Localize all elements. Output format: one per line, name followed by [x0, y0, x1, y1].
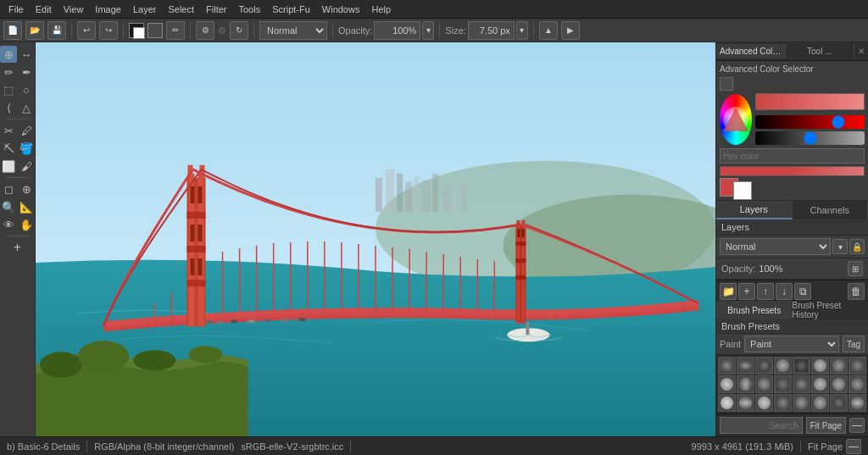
tag-button[interactable]: Tag: [843, 336, 865, 352]
menu-select[interactable]: Select: [163, 3, 199, 16]
brush-item-10[interactable]: [755, 375, 773, 393]
color-wheel[interactable]: [720, 94, 752, 145]
foreground-color[interactable]: [129, 23, 144, 38]
menu-layer[interactable]: Layer: [128, 3, 162, 16]
brush-item-17[interactable]: [737, 394, 754, 412]
brush-item-7[interactable]: [849, 357, 866, 375]
tool-eraser[interactable]: ✒: [18, 64, 35, 80]
background-swatch[interactable]: [733, 181, 752, 200]
brush-presets-tab[interactable]: Brush Presets: [716, 301, 793, 319]
panel-close-button[interactable]: ✕: [854, 42, 868, 61]
save-button[interactable]: 💾: [47, 21, 66, 40]
brush-item-1[interactable]: [737, 357, 754, 375]
size-arrow[interactable]: ▾: [516, 21, 528, 40]
brush-item-19[interactable]: [774, 394, 792, 412]
layer-up-btn[interactable]: ↑: [757, 283, 774, 300]
layer-opacity-menu[interactable]: ⊞: [848, 261, 863, 276]
layer-duplicate-btn[interactable]: ⧉: [794, 283, 811, 300]
brush-item-22[interactable]: [830, 394, 848, 412]
brush-item-9[interactable]: [737, 375, 754, 393]
tool-triangle[interactable]: △: [18, 99, 35, 116]
flow-button[interactable]: ▶: [561, 21, 580, 40]
red-slider[interactable]: [755, 115, 865, 129]
tool-rect[interactable]: ⬚: [0, 81, 17, 98]
redo-button[interactable]: ↪: [99, 21, 118, 40]
brush-item-18[interactable]: [755, 394, 773, 412]
tool-scissors[interactable]: ✂: [0, 122, 17, 139]
tool-eyedropper[interactable]: 👁: [0, 216, 17, 233]
color-selector-icon[interactable]: [720, 77, 733, 91]
tab-tool[interactable]: Tool ...: [786, 44, 855, 58]
dynamics-button[interactable]: ▲: [539, 21, 558, 40]
menu-help[interactable]: Help: [366, 3, 396, 16]
brush-item-21[interactable]: [811, 394, 829, 412]
brush-item-8[interactable]: [718, 375, 736, 393]
brush-item-15[interactable]: [849, 375, 866, 393]
brush-item-0[interactable]: [718, 357, 736, 375]
tool-pencil[interactable]: ✏: [0, 64, 17, 80]
layer-lock-btn[interactable]: 🔒: [849, 239, 865, 254]
tool-add[interactable]: +: [9, 239, 26, 256]
brush-item-4[interactable]: [793, 357, 810, 375]
brush-item-16[interactable]: [718, 394, 736, 412]
brush-search-input[interactable]: [720, 417, 803, 434]
brush-preset-history-tab[interactable]: Brush Preset History: [793, 301, 869, 319]
paint-select[interactable]: Paint: [744, 336, 839, 352]
new-layer-group-btn[interactable]: 📁: [720, 283, 737, 300]
tool-free-select[interactable]: ↔: [18, 46, 35, 63]
tool-move[interactable]: ✋: [18, 216, 35, 233]
channels-tab[interactable]: Channels: [793, 201, 869, 219]
tool-gradient[interactable]: ⬜: [0, 158, 17, 175]
delete-layer-btn[interactable]: 🗑: [848, 283, 865, 300]
tool-heal[interactable]: ⛏: [0, 140, 17, 157]
layer-mode-select[interactable]: Normal Multiply Screen: [720, 238, 831, 255]
tool-zoom[interactable]: 🔍: [0, 198, 17, 215]
new-layer-btn[interactable]: +: [738, 283, 755, 300]
tool-path[interactable]: ⟨: [0, 99, 17, 116]
canvas-area[interactable]: [36, 42, 715, 436]
fit-page-button[interactable]: Fit Page: [806, 417, 846, 434]
tab-advanced-color[interactable]: Advanced Color S...: [716, 44, 786, 58]
menu-scriptfu[interactable]: Script-Fu: [267, 3, 315, 16]
gray-slider[interactable]: [755, 131, 865, 145]
cycle-button[interactable]: ↻: [230, 21, 248, 40]
blend-mode-select[interactable]: Normal Multiply Screen Overlay: [259, 21, 327, 40]
menu-image[interactable]: Image: [90, 3, 126, 16]
opacity-arrow[interactable]: ▾: [422, 21, 434, 40]
menu-edit[interactable]: Edit: [31, 3, 57, 16]
tool-measure[interactable]: 📐: [18, 198, 35, 215]
layer-mode-options[interactable]: ▾: [832, 239, 848, 254]
brush-item-23[interactable]: [849, 394, 866, 412]
open-button[interactable]: 📂: [25, 21, 44, 40]
tool-clone[interactable]: 🖊: [18, 122, 35, 139]
menu-filter[interactable]: Filter: [201, 3, 231, 16]
statusbar-zoom-btn[interactable]: —: [846, 439, 861, 454]
brush-item-12[interactable]: [793, 375, 810, 393]
layers-tab[interactable]: Layers: [716, 201, 793, 219]
tool-paint[interactable]: 🖌: [18, 158, 35, 175]
brush-item-11[interactable]: [774, 375, 792, 393]
menu-file[interactable]: File: [3, 3, 29, 16]
brush-item-20[interactable]: [793, 394, 810, 412]
brush-tool[interactable]: ✏: [166, 21, 185, 40]
brush-mode-selector[interactable]: [147, 23, 163, 38]
tool-ellipse[interactable]: ○: [18, 81, 35, 98]
brush-options[interactable]: ⚙: [196, 21, 214, 40]
brush-item-14[interactable]: [830, 375, 848, 393]
menu-windows[interactable]: Windows: [317, 3, 365, 16]
brush-item-13[interactable]: [811, 375, 829, 393]
size-input[interactable]: [468, 21, 515, 40]
tool-smudge[interactable]: ⊕: [18, 180, 35, 197]
layer-down-btn[interactable]: ↓: [776, 283, 793, 300]
menu-view[interactable]: View: [58, 3, 89, 16]
brush-item-5[interactable]: [811, 357, 829, 375]
new-button[interactable]: 📄: [3, 21, 22, 40]
tool-bucket[interactable]: 🪣: [18, 140, 35, 157]
brush-item-6[interactable]: [830, 357, 848, 375]
tool-dodge[interactable]: ◻: [0, 180, 17, 197]
undo-button[interactable]: ↩: [77, 21, 96, 40]
brush-item-3[interactable]: [774, 357, 792, 375]
opacity-input[interactable]: [374, 21, 420, 40]
brush-item-2[interactable]: [755, 357, 773, 375]
hex-color-input[interactable]: [720, 148, 865, 164]
